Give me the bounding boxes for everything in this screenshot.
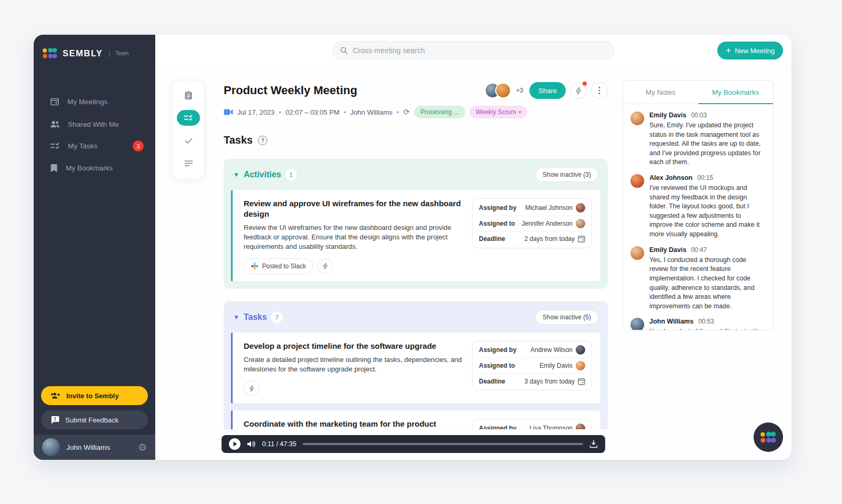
assigned-by-label: Assigned by <box>479 204 516 211</box>
note-timestamp[interactable]: 00:03 <box>691 112 707 119</box>
task-card[interactable]: Develop a project timeline for the softw… <box>231 332 600 404</box>
meeting-type-badge[interactable]: Weekly Scrum ▾ <box>469 106 528 118</box>
slack-icon <box>251 263 258 270</box>
automation-chip[interactable] <box>317 258 333 274</box>
new-meeting-label: New Meeting <box>735 47 775 55</box>
extra-attendees-count[interactable]: +3 <box>516 87 524 94</box>
tasks-view-button-active[interactable] <box>177 110 200 126</box>
current-time: 0:11 <box>262 440 274 448</box>
card-accent-stripe <box>231 332 233 404</box>
assigned-to-value: Emily Davis <box>539 362 573 369</box>
lines-icon <box>184 160 193 167</box>
bookmark-item[interactable]: John Williams 00:53 Yes, I conducted the… <box>630 318 766 330</box>
bookmark-item[interactable]: Emily Davis 00:03 Sure, Emily. I've upda… <box>630 112 766 167</box>
sidebar-item-my-bookmarks[interactable]: My Bookmarks <box>34 158 155 178</box>
note-timestamp[interactable]: 00:53 <box>698 318 714 325</box>
task-card-meta: Assigned by Andrew Wilson Assigned to Em… <box>472 341 592 391</box>
logo-separator: | <box>108 49 111 57</box>
seek-bar[interactable] <box>303 443 583 445</box>
calendar-icon[interactable] <box>578 235 585 243</box>
meeting-owner: John Williams <box>350 108 393 116</box>
check-icon <box>184 137 193 144</box>
bookmark-item[interactable]: Emily Davis 00:47 Yes, I conducted a tho… <box>630 246 766 311</box>
volume-icon[interactable] <box>247 440 256 448</box>
sembly-assistant-button[interactable] <box>754 422 783 452</box>
bookmarks-list: Emily Davis 00:03 Sure, Emily. I've upda… <box>623 104 773 330</box>
more-options-button[interactable] <box>591 82 608 99</box>
show-inactive-activities-button[interactable]: Show inactive (3) <box>535 167 598 182</box>
dot-separator: • <box>279 108 282 116</box>
note-author: Emily Davis <box>649 112 686 119</box>
card-accent-stripe <box>231 410 233 429</box>
bookmark-item[interactable]: Alex Johnson 00:15 I've reviewed the UI … <box>630 174 766 239</box>
note-author: Emily Davis <box>649 246 686 254</box>
sidebar-nav: My Meetings Shared With Me My Ta <box>34 92 155 178</box>
meeting-type-label: Weekly Scrum <box>476 108 516 116</box>
automations-button[interactable] <box>570 82 587 99</box>
posted-to-slack-chip[interactable]: Posted to Slack <box>244 258 313 274</box>
activities-count-badge: 1 <box>285 169 297 180</box>
play-button[interactable] <box>229 438 240 450</box>
share-button[interactable]: Share <box>529 82 566 99</box>
invite-to-sembly-button[interactable]: Invite to Sembly <box>41 386 148 405</box>
meeting-date: Jul 17, 2023 <box>237 108 275 116</box>
tasks-count-badge: 3 <box>133 140 144 152</box>
sidebar-item-shared-with-me[interactable]: Shared With Me <box>34 115 155 134</box>
automation-chip[interactable] <box>244 380 259 396</box>
task-card-meta: Assigned by Lisa Thompson Assigned to Je… <box>472 419 592 429</box>
sidebar-item-label: My Tasks <box>68 142 97 150</box>
logo-name: SEMBLY <box>63 48 103 58</box>
notes-view-button[interactable] <box>177 87 200 103</box>
activities-title[interactable]: Activities <box>244 170 281 179</box>
card-accent-stripe <box>231 190 233 281</box>
activity-card-description: Review the UI wireframes for the new das… <box>244 223 463 252</box>
note-timestamp[interactable]: 00:15 <box>697 174 713 182</box>
new-meeting-button[interactable]: + New Meeting <box>717 42 783 59</box>
cross-meeting-search[interactable] <box>332 41 615 60</box>
deadline-label: Deadline <box>479 235 505 243</box>
sidebar-item-my-meetings[interactable]: My Meetings <box>34 92 155 112</box>
assignee-avatar <box>576 219 585 228</box>
tasks-title[interactable]: Tasks <box>244 313 267 322</box>
settings-gear-icon[interactable]: ⚙ <box>138 442 147 452</box>
attendee-avatar <box>495 83 511 98</box>
calendar-icon[interactable] <box>578 378 585 385</box>
decisions-view-button[interactable] <box>177 133 200 148</box>
user-avatar <box>42 438 60 456</box>
play-icon <box>233 441 237 447</box>
note-avatar <box>630 112 644 125</box>
task-card[interactable]: Coordinate with the marketing team for t… <box>231 410 600 429</box>
sembly-logo-mark <box>760 431 777 443</box>
submit-feedback-button[interactable]: Submit Feedback <box>41 410 148 429</box>
show-inactive-tasks-button[interactable]: Show inactive (5) <box>535 310 598 325</box>
logo-suffix: Team <box>115 50 129 56</box>
collapse-chevron-icon[interactable]: ▼ <box>233 314 239 321</box>
sidebar-item-my-tasks[interactable]: My Tasks 3 <box>34 137 155 155</box>
audio-player: 0:11 / 47:35 <box>222 435 605 453</box>
kebab-menu-icon <box>598 86 600 95</box>
download-icon[interactable] <box>589 440 598 448</box>
meeting-title: Product Weekly Meeting <box>224 84 357 97</box>
calendar-icon <box>50 97 59 106</box>
collapse-chevron-icon[interactable]: ▼ <box>233 171 239 178</box>
activity-card[interactable]: Review and approve UI wireframes for the… <box>231 190 600 281</box>
chevron-down-icon: ▾ <box>519 109 522 115</box>
notes-tabs: My Notes My Bookmarks <box>623 80 773 104</box>
search-input[interactable] <box>353 46 607 55</box>
app-window: SEMBLY | Team My Meetings S <box>34 35 791 460</box>
assignee-avatar <box>576 345 585 355</box>
main-area: + New Meeting <box>155 35 791 460</box>
tab-my-notes[interactable]: My Notes <box>623 80 698 104</box>
help-icon[interactable]: ? <box>258 136 267 145</box>
assigned-by-label: Assigned by <box>479 425 516 429</box>
attendee-avatars[interactable] <box>485 83 511 98</box>
assigned-to-label: Assigned to <box>479 362 515 369</box>
assigned-by-value: Lisa Thompson <box>529 425 573 429</box>
refresh-icon[interactable]: ⟳ <box>403 107 410 117</box>
summary-view-button[interactable] <box>177 155 200 171</box>
sidebar: SEMBLY | Team My Meetings S <box>34 35 155 460</box>
note-timestamp[interactable]: 00:47 <box>691 246 707 254</box>
tab-my-bookmarks[interactable]: My Bookmarks <box>698 80 774 104</box>
playback-time: 0:11 / 47:35 <box>262 440 296 448</box>
user-row[interactable]: John Williams ⚙ <box>34 435 155 460</box>
